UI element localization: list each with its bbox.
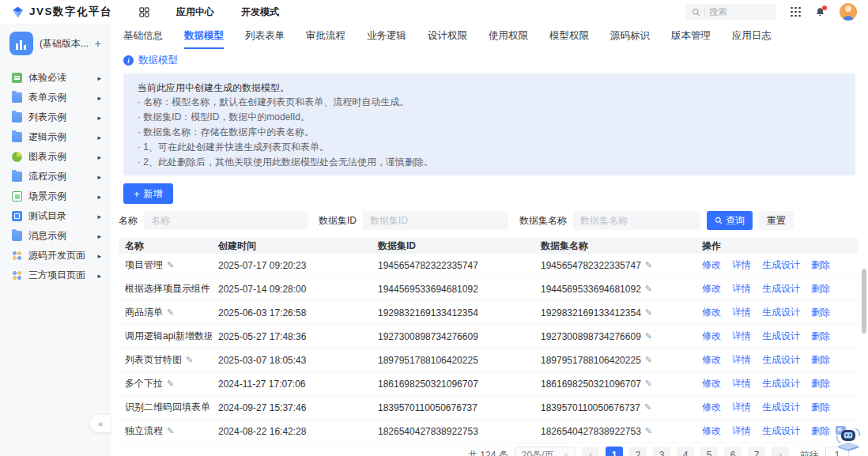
tab[interactable]: 应用日志 bbox=[732, 24, 772, 49]
action-generate-design[interactable]: 生成设计 bbox=[762, 330, 800, 343]
edit-dataset-name-icon[interactable]: ✎ bbox=[645, 355, 652, 365]
section-title: i 数据模型 bbox=[123, 54, 855, 67]
tab[interactable]: 模型权限 bbox=[549, 24, 589, 49]
action-generate-design[interactable]: 生成设计 bbox=[762, 401, 800, 414]
app-grid-icon[interactable] bbox=[139, 7, 149, 17]
page-button[interactable]: 6 bbox=[724, 447, 742, 456]
dataset-id-filter-input[interactable] bbox=[363, 211, 508, 230]
sidebar-collapse-button[interactable]: « bbox=[90, 415, 111, 432]
sidebar-item-icon bbox=[12, 73, 22, 83]
action-detail[interactable]: 详情 bbox=[732, 353, 751, 367]
edit-dataset-name-icon[interactable]: ✎ bbox=[645, 379, 652, 389]
action-detail[interactable]: 详情 bbox=[732, 401, 751, 414]
tab[interactable]: 业务逻辑 bbox=[367, 24, 406, 49]
action-detail[interactable]: 详情 bbox=[732, 282, 751, 296]
sidebar-item[interactable]: 流程示例 ▸ bbox=[0, 167, 111, 187]
search-input[interactable] bbox=[709, 7, 764, 17]
edit-dataset-name-icon[interactable]: ✎ bbox=[645, 331, 652, 341]
action-detail[interactable]: 详情 bbox=[732, 377, 751, 390]
sidebar-item[interactable]: 列表示例 ▸ bbox=[0, 107, 111, 127]
edit-dataset-name-icon[interactable]: ✎ bbox=[645, 284, 652, 294]
tab[interactable]: 使用权限 bbox=[489, 24, 528, 49]
action-delete[interactable]: 删除 bbox=[811, 282, 830, 296]
edit-dataset-name-icon[interactable]: ✎ bbox=[644, 402, 651, 413]
edit-name-icon[interactable]: ✎ bbox=[186, 355, 193, 365]
action-delete[interactable]: 删除 bbox=[811, 401, 830, 414]
sidebar-item[interactable]: 图表示例 ▸ bbox=[0, 147, 111, 167]
sidebar-item[interactable]: 三方项目页面 ▸ bbox=[0, 266, 111, 285]
action-detail[interactable]: 详情 bbox=[732, 330, 751, 343]
menu-app-center[interactable]: 应用中心 bbox=[176, 6, 214, 19]
add-directory-button[interactable]: + bbox=[95, 38, 101, 49]
page-size-select[interactable]: 20条/页 ∨ bbox=[515, 447, 576, 456]
action-detail[interactable]: 详情 bbox=[732, 306, 751, 319]
apps-launcher-icon[interactable] bbox=[791, 7, 801, 17]
assistant-robot-icon[interactable] bbox=[830, 424, 863, 456]
query-button[interactable]: 查询 bbox=[707, 211, 753, 230]
action-delete[interactable]: 删除 bbox=[811, 330, 830, 343]
sidebar-item[interactable]: 体验必读 ▸ bbox=[0, 68, 111, 88]
action-generate-design[interactable]: 生成设计 bbox=[762, 353, 800, 367]
action-modify[interactable]: 修改 bbox=[702, 306, 721, 319]
sidebar-item[interactable]: 表单示例 ▸ bbox=[0, 88, 111, 107]
page-button[interactable]: 1 bbox=[606, 447, 623, 456]
page-button[interactable]: 4 bbox=[677, 447, 694, 456]
edit-name-icon[interactable]: ✎ bbox=[167, 307, 174, 318]
action-detail[interactable]: 详情 bbox=[732, 258, 751, 272]
row-dataset-name: 1945654782322335747 bbox=[541, 260, 641, 271]
sidebar-item[interactable]: 测试目录 ▸ bbox=[0, 206, 111, 226]
notification-icon[interactable] bbox=[815, 7, 825, 17]
global-search[interactable] bbox=[686, 4, 776, 20]
action-modify[interactable]: 修改 bbox=[702, 353, 721, 367]
action-delete[interactable]: 删除 bbox=[811, 306, 830, 319]
edit-name-icon[interactable]: ✎ bbox=[167, 260, 174, 270]
action-modify[interactable]: 修改 bbox=[702, 401, 721, 414]
next-page-button[interactable]: › bbox=[772, 447, 789, 456]
page-button[interactable]: 7 bbox=[748, 447, 765, 456]
sidebar-item[interactable]: 场景示例 ▸ bbox=[0, 187, 111, 206]
sidebar-item[interactable]: 源码开发页面 ▸ bbox=[0, 246, 111, 266]
action-delete[interactable]: 删除 bbox=[811, 377, 830, 390]
page-button[interactable]: 2 bbox=[629, 447, 647, 456]
menu-dev-mode[interactable]: 开发模式 bbox=[241, 6, 279, 19]
reset-button[interactable]: 重置 bbox=[759, 211, 794, 230]
action-generate-design[interactable]: 生成设计 bbox=[762, 306, 800, 319]
dataset-name-filter-input[interactable] bbox=[573, 211, 700, 230]
add-button[interactable]: + 新增 bbox=[123, 183, 173, 204]
action-modify[interactable]: 修改 bbox=[702, 330, 721, 343]
sidebar-item[interactable]: 消息示例 ▸ bbox=[0, 226, 111, 246]
vertical-scrollbar[interactable] bbox=[862, 269, 866, 334]
page-button[interactable]: 3 bbox=[653, 447, 670, 456]
edit-name-icon[interactable]: ✎ bbox=[167, 379, 174, 389]
edit-dataset-name-icon[interactable]: ✎ bbox=[645, 426, 652, 436]
action-detail[interactable]: 详情 bbox=[732, 424, 751, 438]
action-delete[interactable]: 删除 bbox=[811, 424, 830, 438]
tab[interactable]: 源码标识 bbox=[610, 24, 650, 49]
action-modify[interactable]: 修改 bbox=[702, 282, 721, 296]
sidebar-item[interactable]: 逻辑示例 ▸ bbox=[0, 127, 111, 147]
tab[interactable]: 数据模型 bbox=[184, 24, 224, 49]
edit-dataset-name-icon[interactable]: ✎ bbox=[645, 260, 652, 270]
tab[interactable]: 版本管理 bbox=[671, 24, 711, 49]
action-generate-design[interactable]: 生成设计 bbox=[762, 258, 800, 272]
action-generate-design[interactable]: 生成设计 bbox=[762, 377, 800, 390]
row-dataset-id: 1929832169133412354 bbox=[372, 307, 534, 318]
action-delete[interactable]: 删除 bbox=[811, 353, 830, 367]
name-filter-input[interactable] bbox=[144, 211, 308, 230]
action-generate-design[interactable]: 生成设计 bbox=[762, 282, 800, 296]
avatar[interactable] bbox=[840, 3, 857, 21]
tab[interactable]: 审批流程 bbox=[306, 24, 345, 49]
edit-name-icon[interactable]: ✎ bbox=[167, 426, 174, 436]
action-delete[interactable]: 删除 bbox=[811, 258, 830, 272]
action-modify[interactable]: 修改 bbox=[702, 377, 721, 390]
action-modify[interactable]: 修改 bbox=[702, 258, 721, 272]
info-box: 当前此应用中创建生成的数据模型。 · 名称：模型名称，默认在创建列表页和表单、流… bbox=[123, 73, 855, 175]
edit-dataset-name-icon[interactable]: ✎ bbox=[645, 307, 652, 318]
tab[interactable]: 基础信息 bbox=[123, 24, 163, 49]
page-button[interactable]: 5 bbox=[700, 447, 718, 456]
action-modify[interactable]: 修改 bbox=[702, 424, 721, 438]
action-generate-design[interactable]: 生成设计 bbox=[762, 424, 800, 438]
tab[interactable]: 列表表单 bbox=[245, 24, 285, 49]
prev-page-button[interactable]: ‹ bbox=[582, 447, 599, 456]
tab[interactable]: 设计权限 bbox=[428, 24, 467, 49]
